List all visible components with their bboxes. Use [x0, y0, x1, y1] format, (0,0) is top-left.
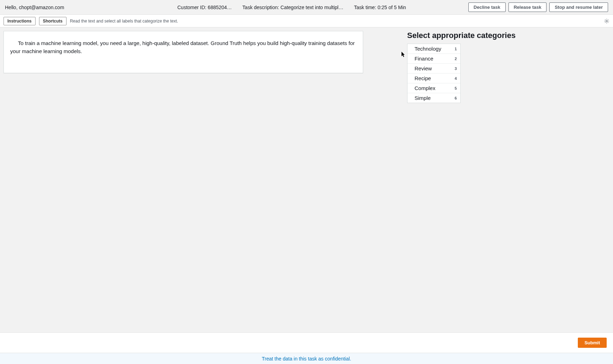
category-label: Finance	[415, 56, 433, 62]
task-description: Task description: Categorize text into m…	[242, 5, 343, 10]
category-item-review[interactable]: Review 3	[407, 64, 460, 74]
release-task-button[interactable]: Release task	[508, 2, 547, 12]
top-bar-buttons: Decline task Release task Stop and resum…	[468, 2, 608, 12]
toolbar-hint: Read the text and select all labels that…	[70, 19, 178, 24]
category-label: Review	[415, 65, 432, 71]
category-shortcut: 1	[455, 47, 457, 51]
decline-task-button[interactable]: Decline task	[468, 2, 506, 12]
category-shortcut: 5	[455, 86, 457, 90]
category-item-simple[interactable]: Simple 6	[407, 93, 460, 103]
category-item-complex[interactable]: Complex 5	[407, 83, 460, 93]
text-panel: To train a machine learning model, you n…	[4, 31, 363, 73]
greeting-text: Hello, chopt@amazon.com	[5, 5, 96, 10]
main-area: To train a machine learning model, you n…	[0, 27, 613, 332]
submit-button[interactable]: Submit	[578, 338, 607, 348]
category-item-technology[interactable]: Technology 1	[407, 44, 460, 54]
category-shortcut: 3	[455, 66, 457, 71]
bottom-bar: Submit	[0, 332, 613, 353]
gear-icon[interactable]	[604, 18, 609, 24]
category-shortcut: 4	[455, 76, 457, 81]
confidential-bar: Treat the data in this task as confident…	[0, 353, 613, 364]
customer-id: Customer ID: 6885204…	[177, 5, 232, 10]
toolbar: Instructions Shortcuts Read the text and…	[0, 15, 613, 27]
categories-title: Select appropriate categories	[407, 31, 516, 40]
task-text: To train a machine learning model, you n…	[10, 39, 356, 56]
category-shortcut: 6	[455, 96, 457, 100]
top-bar: Hello, chopt@amazon.com Customer ID: 688…	[0, 0, 613, 15]
task-time: Task time: 0:25 of 5 Min	[354, 5, 406, 10]
categories-list: Technology 1 Finance 2 Review 3 Recipe 4…	[407, 44, 461, 103]
instructions-button[interactable]: Instructions	[4, 17, 36, 25]
svg-point-0	[606, 20, 607, 21]
category-item-finance[interactable]: Finance 2	[407, 54, 460, 64]
category-label: Simple	[415, 95, 431, 101]
category-label: Technology	[415, 46, 441, 52]
category-item-recipe[interactable]: Recipe 4	[407, 74, 460, 83]
categories-panel: Select appropriate categories Technology…	[407, 31, 516, 332]
shortcuts-button[interactable]: Shortcuts	[39, 17, 67, 25]
category-label: Recipe	[415, 75, 431, 81]
stop-resume-button[interactable]: Stop and resume later	[549, 2, 608, 12]
confidential-text: Treat the data in this task as confident…	[262, 356, 351, 362]
category-shortcut: 2	[455, 57, 457, 61]
category-label: Complex	[415, 85, 435, 91]
